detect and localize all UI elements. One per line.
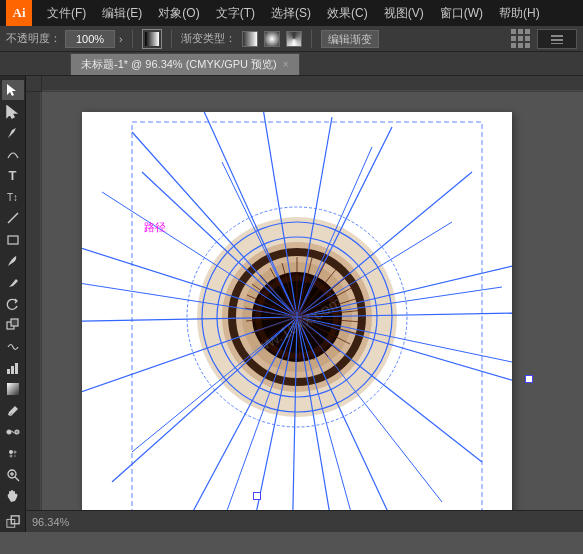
- svg-point-17: [9, 450, 13, 454]
- selection-tool-btn[interactable]: [2, 80, 24, 100]
- opacity-arrow[interactable]: ›: [119, 33, 123, 45]
- anchor-handle[interactable]: [525, 375, 533, 383]
- artboard: www.16xx.com 路径: [82, 112, 512, 532]
- pencil-tool-btn[interactable]: [2, 272, 24, 292]
- bottom-anchor-handle[interactable]: [253, 492, 261, 500]
- options-bar: 不透明度： › 渐变类型： 编辑渐变: [0, 26, 583, 52]
- ruler-left: [26, 92, 42, 532]
- gradient-tool-btn[interactable]: [2, 379, 24, 399]
- line-tool-btn[interactable]: [2, 208, 24, 228]
- menu-window[interactable]: 窗口(W): [433, 3, 490, 24]
- zoom-level: 96.34%: [32, 516, 69, 528]
- menu-help[interactable]: 帮助(H): [492, 3, 547, 24]
- svg-rect-11: [11, 366, 14, 374]
- tab-close-button[interactable]: ×: [283, 59, 289, 70]
- separator-3: [311, 30, 312, 48]
- svg-rect-2: [551, 39, 563, 41]
- svg-line-22: [15, 477, 19, 481]
- menu-effect[interactable]: 效果(C): [320, 3, 375, 24]
- svg-line-6: [8, 213, 18, 223]
- gradient-radial-swatch[interactable]: [264, 31, 280, 47]
- gradient-linear-swatch[interactable]: [242, 31, 258, 47]
- menu-select[interactable]: 选择(S): [264, 3, 318, 24]
- symbol-tool-btn[interactable]: [2, 443, 24, 463]
- svg-rect-12: [15, 363, 18, 374]
- svg-point-19: [9, 454, 12, 457]
- tab-title: 未标题-1* @ 96.34% (CMYK/GPU 预览): [81, 57, 277, 72]
- edit-gradient-button[interactable]: 编辑渐变: [321, 30, 379, 48]
- pen-tool-btn[interactable]: [2, 123, 24, 143]
- opacity-label: 不透明度：: [6, 31, 61, 46]
- separator-2: [171, 30, 172, 48]
- rotate-tool-btn[interactable]: [2, 294, 24, 314]
- gradient-icon-btn[interactable]: [142, 29, 162, 49]
- menu-file[interactable]: 文件(F): [40, 3, 93, 24]
- app-logo: Ai: [6, 0, 32, 26]
- tab-bar: 未标题-1* @ 96.34% (CMYK/GPU 预览) ×: [0, 52, 583, 76]
- svg-point-18: [13, 450, 16, 453]
- type-tool-btn[interactable]: T: [2, 166, 24, 186]
- curvature-tool-btn[interactable]: [2, 144, 24, 164]
- blend-tool-btn[interactable]: [2, 422, 24, 442]
- svg-point-16: [15, 430, 19, 434]
- graph-tool-btn[interactable]: [2, 358, 24, 378]
- direct-selection-tool-btn[interactable]: [2, 101, 24, 121]
- touch-type-tool-btn[interactable]: T↕: [2, 187, 24, 207]
- document-tab[interactable]: 未标题-1* @ 96.34% (CMYK/GPU 预览) ×: [70, 53, 300, 75]
- eyedropper-tool-btn[interactable]: [2, 401, 24, 421]
- ruler-top: // Can't use script here, ticks drawn be…: [42, 76, 583, 92]
- scale-tool-btn[interactable]: [2, 315, 24, 335]
- gradient-type-label: 渐变类型：: [181, 31, 236, 46]
- separator-1: [132, 30, 133, 48]
- svg-rect-3: [551, 43, 563, 44]
- menu-edit[interactable]: 编辑(E): [95, 3, 149, 24]
- menu-bar: 文件(F) 编辑(E) 对象(O) 文字(T) 选择(S) 效果(C) 视图(V…: [40, 3, 577, 24]
- opacity-group: 不透明度： ›: [6, 30, 123, 48]
- warp-tool-btn[interactable]: [2, 337, 24, 357]
- gradient-freeform-swatch[interactable]: [286, 31, 302, 47]
- svg-point-15: [7, 430, 11, 434]
- menu-text[interactable]: 文字(T): [209, 3, 262, 24]
- menu-object[interactable]: 对象(O): [151, 3, 206, 24]
- main-area: T T↕: [0, 76, 583, 532]
- brush-tool-btn[interactable]: [2, 251, 24, 271]
- opacity-input[interactable]: [65, 30, 115, 48]
- panel-toggle[interactable]: [537, 29, 577, 49]
- svg-marker-5: [7, 106, 16, 118]
- svg-rect-0: [145, 32, 159, 46]
- svg-rect-9: [11, 319, 18, 326]
- menu-view[interactable]: 视图(V): [377, 3, 431, 24]
- grid-icon[interactable]: [511, 29, 531, 49]
- ruler-corner: [26, 76, 42, 92]
- artwork-svg: www.16xx.com: [82, 112, 512, 532]
- svg-marker-4: [7, 84, 16, 96]
- svg-rect-1: [551, 35, 563, 37]
- zoom-tool-btn[interactable]: [2, 465, 24, 485]
- title-bar: Ai 文件(F) 编辑(E) 对象(O) 文字(T) 选择(S) 效果(C) 视…: [0, 0, 583, 26]
- svg-rect-7: [8, 236, 18, 244]
- rect-tool-btn[interactable]: [2, 230, 24, 250]
- svg-point-20: [14, 455, 16, 457]
- canvas-area[interactable]: // Can't use script here, ticks drawn be…: [26, 76, 583, 532]
- left-toolbar: T T↕: [0, 76, 26, 532]
- svg-rect-10: [7, 369, 10, 374]
- status-bar: 96.34%: [26, 510, 583, 532]
- fill-stroke-btn[interactable]: [2, 512, 24, 532]
- hand-tool-btn[interactable]: [2, 486, 24, 506]
- svg-rect-13: [7, 383, 19, 395]
- canvas-wrapper[interactable]: www.16xx.com 路径: [42, 92, 583, 532]
